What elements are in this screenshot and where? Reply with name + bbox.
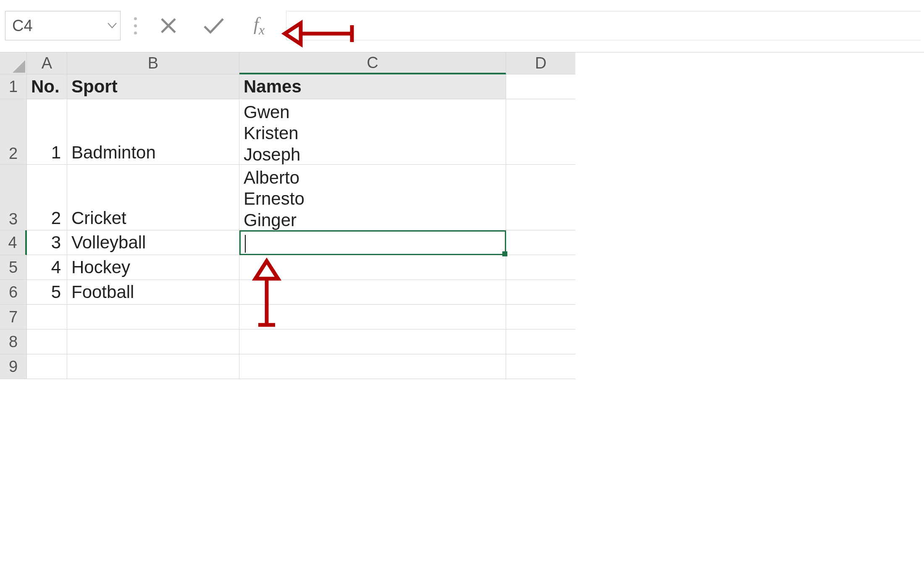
cell-D6[interactable] (506, 280, 575, 305)
chevron-down-icon[interactable] (108, 11, 117, 40)
cell-A6[interactable]: 5 (27, 280, 67, 305)
col-header-B[interactable]: B (67, 53, 239, 74)
cell-C7[interactable] (239, 305, 506, 330)
cell-B5[interactable]: Hockey (67, 255, 239, 280)
row-header-1[interactable]: 1 (0, 74, 27, 99)
cell-D9[interactable] (506, 354, 575, 379)
row-header-3[interactable]: 3 (0, 165, 27, 230)
enter-button[interactable] (195, 11, 232, 40)
cell-D3[interactable] (506, 165, 575, 230)
name-box[interactable]: C4 (5, 11, 121, 40)
cell-C5[interactable] (239, 255, 506, 280)
cell-B9[interactable] (67, 354, 239, 379)
cell-D1[interactable] (506, 74, 575, 99)
cell-C3[interactable]: Alberto Ernesto Ginger (239, 165, 506, 230)
row-header-5[interactable]: 5 (0, 255, 27, 280)
row-header-8[interactable]: 8 (0, 330, 27, 354)
cell-B8[interactable] (67, 330, 239, 354)
col-header-D[interactable]: D (506, 53, 575, 74)
cell-A2[interactable]: 1 (27, 99, 67, 165)
cell-C6[interactable] (239, 280, 506, 305)
excel-window: C4 fx A B C D 1 (0, 0, 924, 588)
cell-D2[interactable] (506, 99, 575, 165)
cell-A1[interactable]: No. (27, 74, 67, 99)
row-header-4[interactable]: 4 (0, 230, 27, 255)
cell-B6[interactable]: Football (67, 280, 239, 305)
cell-B1[interactable]: Sport (67, 74, 239, 99)
row-header-9[interactable]: 9 (0, 354, 27, 379)
cell-D8[interactable] (506, 330, 575, 354)
cell-A5[interactable]: 4 (27, 255, 67, 280)
cell-B4[interactable]: Volleyball (67, 230, 239, 255)
formula-bar: C4 fx (0, 0, 924, 53)
cell-D4[interactable] (506, 230, 575, 255)
spreadsheet-grid[interactable]: A B C D 1 No. Sport Names 2 1 Badminton … (0, 53, 924, 379)
cell-B2[interactable]: Badminton (67, 99, 239, 165)
fx-button[interactable]: fx (241, 11, 278, 40)
fx-icon: fx (254, 13, 265, 38)
cell-C2[interactable]: Gwen Kristen Joseph (239, 99, 506, 165)
row-header-2[interactable]: 2 (0, 99, 27, 165)
cell-B7[interactable] (67, 305, 239, 330)
cell-A7[interactable] (27, 305, 67, 330)
cell-A4[interactable]: 3 (27, 230, 67, 255)
cell-D7[interactable] (506, 305, 575, 330)
col-header-C[interactable]: C (239, 53, 506, 74)
cell-A8[interactable] (27, 330, 67, 354)
cell-C1[interactable]: Names (239, 74, 506, 99)
cell-C4[interactable] (239, 230, 506, 255)
name-box-value: C4 (12, 17, 33, 35)
resize-grip-icon[interactable] (129, 17, 142, 34)
cell-C8[interactable] (239, 330, 506, 354)
cell-C9[interactable] (239, 354, 506, 379)
row-header-7[interactable]: 7 (0, 305, 27, 330)
col-header-A[interactable]: A (27, 53, 67, 74)
cell-A9[interactable] (27, 354, 67, 379)
cancel-button[interactable] (150, 11, 187, 40)
select-all-corner[interactable] (0, 53, 27, 74)
formula-input[interactable] (286, 11, 921, 40)
cell-A3[interactable]: 2 (27, 165, 67, 230)
row-header-6[interactable]: 6 (0, 280, 27, 305)
cell-B3[interactable]: Cricket (67, 165, 239, 230)
cell-D5[interactable] (506, 255, 575, 280)
grid-container: A B C D 1 No. Sport Names 2 1 Badminton … (0, 53, 924, 379)
